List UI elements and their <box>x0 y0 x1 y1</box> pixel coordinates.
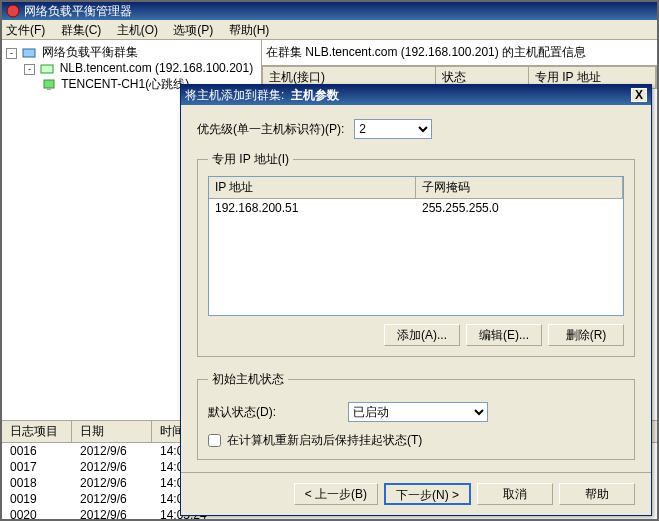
tree-root[interactable]: - 网络负载平衡群集 <box>6 44 257 61</box>
collapse-icon[interactable]: - <box>6 48 17 59</box>
priority-select[interactable]: 2 <box>354 119 432 139</box>
default-state-label: 默认状态(D): <box>208 404 348 421</box>
app-titlebar: 网络负载平衡管理器 <box>2 2 657 20</box>
close-icon[interactable]: X <box>631 88 647 102</box>
priority-label: 优先级(单一主机标识符)(P): <box>197 121 344 138</box>
tree-root-label: 网络负载平衡群集 <box>42 45 138 59</box>
hostinfo-label: 在群集 NLB.tencent.com (192.168.100.201) 的主… <box>262 40 657 66</box>
svg-rect-4 <box>47 88 51 90</box>
dedicated-ip-group: 专用 IP 地址(I) IP 地址 子网掩码 192.168.200.51 25… <box>197 151 635 357</box>
ip-row-address: 192.168.200.51 <box>209 199 416 217</box>
ip-col-mask[interactable]: 子网掩码 <box>416 177 623 198</box>
menu-options[interactable]: 选项(P) <box>173 23 213 37</box>
log-col-date[interactable]: 日期 <box>72 421 152 442</box>
svg-rect-2 <box>41 65 53 73</box>
menu-cluster[interactable]: 群集(C) <box>61 23 102 37</box>
menubar: 文件(F) 群集(C) 主机(O) 选项(P) 帮助(H) <box>2 20 657 40</box>
back-button[interactable]: < 上一步(B) <box>294 483 378 505</box>
dialog-title: 将主机添加到群集: 主机参数 <box>185 85 339 105</box>
cluster-icon <box>40 62 54 76</box>
cancel-button[interactable]: 取消 <box>477 483 553 505</box>
edit-ip-button[interactable]: 编辑(E)... <box>466 324 542 346</box>
log-col-entry[interactable]: 日志项目 <box>2 421 72 442</box>
wizard-buttons: < 上一步(B) 下一步(N) > 取消 帮助 <box>181 472 651 515</box>
collapse-icon[interactable]: - <box>24 64 35 75</box>
add-ip-button[interactable]: 添加(A)... <box>384 324 460 346</box>
dedicated-ip-legend: 专用 IP 地址(I) <box>208 151 293 168</box>
cluster-root-icon <box>22 46 36 60</box>
retain-suspended-label: 在计算机重新启动后保持挂起状态(T) <box>227 432 422 449</box>
app-icon <box>6 4 20 18</box>
menu-help[interactable]: 帮助(H) <box>229 23 270 37</box>
svg-rect-1 <box>23 49 35 57</box>
default-state-select[interactable]: 已启动 <box>348 402 488 422</box>
ip-row[interactable]: 192.168.200.51 255.255.255.0 <box>209 199 623 217</box>
menu-host[interactable]: 主机(O) <box>117 23 158 37</box>
svg-point-0 <box>7 5 19 17</box>
host-icon <box>42 78 56 92</box>
dialog-titlebar[interactable]: 将主机添加到群集: 主机参数 X <box>181 85 651 105</box>
initial-state-group: 初始主机状态 默认状态(D): 已启动 在计算机重新启动后保持挂起状态(T) <box>197 371 635 460</box>
ip-list[interactable]: IP 地址 子网掩码 192.168.200.51 255.255.255.0 <box>208 176 624 316</box>
next-button[interactable]: 下一步(N) > <box>384 483 471 505</box>
help-button[interactable]: 帮助 <box>559 483 635 505</box>
tree-cluster-label: NLB.tencent.com (192.168.100.201) <box>60 61 253 75</box>
ip-row-mask: 255.255.255.0 <box>416 199 623 217</box>
tree-host-label: TENCENT-CH1(心跳线) <box>61 77 189 91</box>
add-host-dialog: 将主机添加到群集: 主机参数 X 优先级(单一主机标识符)(P): 2 专用 I… <box>180 84 652 516</box>
app-title: 网络负载平衡管理器 <box>24 2 132 20</box>
menu-file[interactable]: 文件(F) <box>6 23 45 37</box>
remove-ip-button[interactable]: 删除(R) <box>548 324 624 346</box>
initial-state-legend: 初始主机状态 <box>208 371 288 388</box>
ip-col-address[interactable]: IP 地址 <box>209 177 416 198</box>
svg-rect-3 <box>44 80 54 88</box>
tree-cluster[interactable]: - NLB.tencent.com (192.168.100.201) <box>6 61 257 76</box>
retain-suspended-checkbox[interactable] <box>208 434 221 447</box>
